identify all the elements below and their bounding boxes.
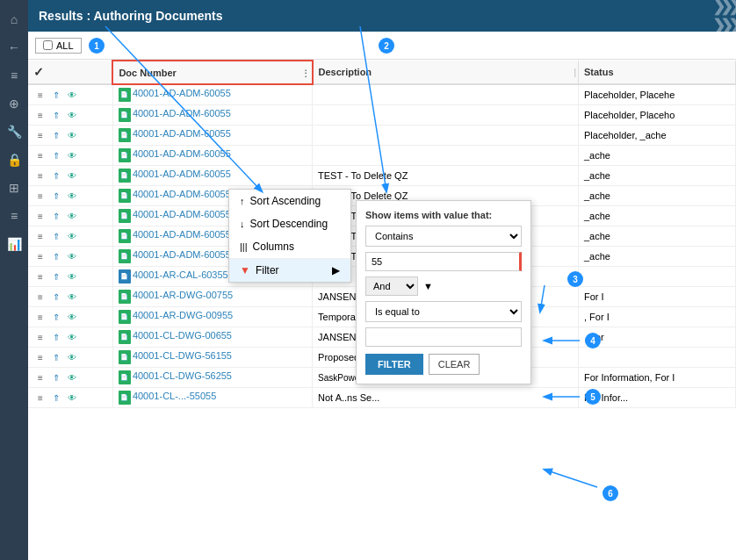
- row-share-icon[interactable]: ⇑: [49, 350, 63, 364]
- doc-link[interactable]: 40001-CL-DWG-56255: [133, 370, 232, 381]
- filter-value2-input[interactable]: [365, 327, 522, 347]
- sidebar-home[interactable]: ⌂: [2, 7, 26, 32]
- row-menu-icon[interactable]: ≡: [33, 148, 47, 162]
- doc-link[interactable]: 40001-AD-ADM-60055: [133, 88, 231, 98]
- doc-link[interactable]: 40001-CL-DWG-56155: [133, 350, 232, 361]
- row-menu-icon[interactable]: ≡: [33, 209, 47, 223]
- doc-link[interactable]: 40001-AR-DWG-00755: [133, 290, 233, 300]
- row-eye-icon[interactable]: 👁: [65, 310, 79, 324]
- row-eye-icon[interactable]: 👁: [65, 229, 79, 243]
- th-docnum-menu[interactable]: ⋮: [301, 68, 310, 77]
- th-desc-pipe: |: [574, 68, 576, 77]
- doc-link[interactable]: 40001-CL-...-55055: [133, 391, 216, 401]
- doc-link[interactable]: 40001-CL-DWG-00655: [133, 330, 232, 341]
- row-eye-icon[interactable]: 👁: [65, 269, 79, 284]
- row-eye-icon[interactable]: 👁: [65, 209, 79, 223]
- menu-columns[interactable]: ||| Columns: [229, 235, 350, 258]
- row-share-icon[interactable]: ⇑: [49, 148, 63, 162]
- filter-panel-header: Show items with value that:: [365, 210, 522, 220]
- row-menu-icon[interactable]: ≡: [33, 391, 47, 405]
- row-share-icon[interactable]: ⇑: [49, 370, 63, 384]
- filter-clear-button[interactable]: CLEAR: [429, 354, 480, 375]
- row-menu-icon[interactable]: ≡: [33, 370, 47, 384]
- file-icon: 📄: [119, 209, 131, 223]
- table-row: ≡⇑👁 📄40001-CL-...-55055 Not A..ns Se... …: [28, 388, 736, 408]
- row-share-icon[interactable]: ⇑: [49, 189, 63, 203]
- row-share-icon[interactable]: ⇑: [49, 108, 63, 122]
- row-eye-icon[interactable]: 👁: [65, 189, 79, 203]
- doc-link[interactable]: 40001-AD-ADM-60055: [133, 108, 231, 118]
- row-eye-icon[interactable]: 👁: [65, 391, 79, 405]
- file-icon: 📄: [119, 189, 131, 203]
- row-eye-icon[interactable]: 👁: [65, 88, 79, 102]
- filter-condition2-select[interactable]: Is equal to Contains Starts with Ends wi…: [365, 301, 522, 322]
- row-menu-icon[interactable]: ≡: [33, 290, 47, 304]
- row-share-icon[interactable]: ⇑: [49, 209, 63, 223]
- row-menu-icon[interactable]: ≡: [33, 330, 47, 344]
- row-eye-icon[interactable]: 👁: [65, 290, 79, 304]
- doc-link[interactable]: 40001-AD-ADM-60055: [133, 148, 231, 159]
- row-share-icon[interactable]: ⇑: [49, 391, 63, 405]
- doc-link[interactable]: 40001-AD-ADM-60055: [133, 209, 231, 219]
- file-icon: 📄: [119, 370, 131, 384]
- filter-buttons: FILTER CLEAR: [365, 354, 522, 375]
- filter-condition1-select[interactable]: Contains Is equal to Starts with Ends wi…: [365, 226, 522, 247]
- sidebar-add[interactable]: ⊕: [2, 91, 26, 116]
- row-menu-icon[interactable]: ≡: [33, 249, 47, 263]
- sidebar-menu[interactable]: ≡: [2, 63, 26, 88]
- sidebar-grid[interactable]: ⊞: [2, 176, 26, 200]
- row-share-icon[interactable]: ⇑: [49, 330, 63, 344]
- row-share-icon[interactable]: ⇑: [49, 269, 63, 284]
- sidebar-list2[interactable]: ≡: [2, 204, 26, 228]
- file-icon: 📄: [119, 128, 131, 142]
- row-share-icon[interactable]: ⇑: [49, 169, 63, 183]
- submenu-arrow-icon: ▶: [332, 264, 340, 276]
- row-share-icon[interactable]: ⇑: [49, 128, 63, 142]
- doc-link[interactable]: 40001-AR-DWG-00955: [133, 310, 233, 320]
- file-icon: 📄: [119, 169, 131, 183]
- row-eye-icon[interactable]: 👁: [65, 249, 79, 263]
- row-menu-icon[interactable]: ≡: [33, 269, 47, 284]
- doc-link[interactable]: 40001-AD-ADM-60055: [133, 128, 231, 139]
- row-share-icon[interactable]: ⇑: [49, 88, 63, 102]
- row-menu-icon[interactable]: ≡: [33, 350, 47, 364]
- sidebar-chart[interactable]: 📊: [2, 232, 26, 256]
- doc-link[interactable]: 40001-AD-ADM-60055: [133, 189, 231, 199]
- menu-filter[interactable]: ▼ Filter ▶: [229, 259, 350, 282]
- menu-sort-asc[interactable]: ↑ Sort Ascending: [229, 190, 350, 212]
- all-button[interactable]: ALL: [35, 38, 82, 54]
- row-menu-icon[interactable]: ≡: [33, 108, 47, 122]
- doc-link[interactable]: 40001-AD-ADM-60055: [133, 229, 231, 240]
- filter-value1-input[interactable]: [365, 252, 522, 271]
- context-menu: ↑ Sort Ascending ↓ Sort Descending ||| C…: [228, 189, 351, 283]
- th-docnum: Doc Number ⋮: [112, 61, 312, 84]
- row-eye-icon[interactable]: 👁: [65, 330, 79, 344]
- row-menu-icon[interactable]: ≡: [33, 128, 47, 142]
- row-eye-icon[interactable]: 👁: [65, 128, 79, 142]
- row-menu-icon[interactable]: ≡: [33, 310, 47, 324]
- file-icon: 📄: [119, 310, 131, 324]
- all-checkbox[interactable]: [43, 40, 53, 50]
- row-eye-icon[interactable]: 👁: [65, 169, 79, 183]
- row-share-icon[interactable]: ⇑: [49, 290, 63, 304]
- row-menu-icon[interactable]: ≡: [33, 169, 47, 183]
- row-share-icon[interactable]: ⇑: [49, 229, 63, 243]
- doc-link[interactable]: 40001-AD-ADM-60055: [133, 169, 231, 179]
- row-eye-icon[interactable]: 👁: [65, 148, 79, 162]
- sidebar-lock[interactable]: 🔒: [2, 147, 26, 172]
- row-menu-icon[interactable]: ≡: [33, 229, 47, 243]
- row-eye-icon[interactable]: 👁: [65, 350, 79, 364]
- doc-link[interactable]: 40001-AR-CAL-60355: [133, 269, 228, 280]
- filter-apply-button[interactable]: FILTER: [365, 354, 423, 375]
- menu-sort-desc[interactable]: ↓ Sort Descending: [229, 212, 350, 235]
- row-eye-icon[interactable]: 👁: [65, 370, 79, 384]
- sidebar-back[interactable]: ←: [2, 35, 26, 60]
- row-menu-icon[interactable]: ≡: [33, 189, 47, 203]
- filter-logic-select[interactable]: And Or: [365, 276, 418, 296]
- row-eye-icon[interactable]: 👁: [65, 108, 79, 122]
- row-menu-icon[interactable]: ≡: [33, 88, 47, 102]
- row-share-icon[interactable]: ⇑: [49, 249, 63, 263]
- sidebar-settings[interactable]: 🔧: [2, 119, 26, 144]
- row-share-icon[interactable]: ⇑: [49, 310, 63, 324]
- doc-link[interactable]: 40001-AD-ADM-60055: [133, 249, 231, 260]
